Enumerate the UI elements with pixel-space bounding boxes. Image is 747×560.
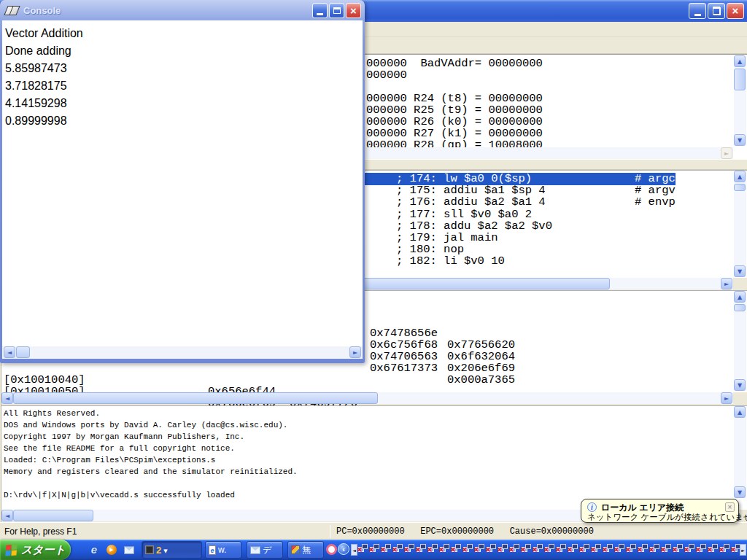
- taskbar-button-1[interactable]: w.: [205, 541, 241, 559]
- network-disconnected-tray-icon[interactable]: [486, 543, 498, 555]
- network-disconnected-tray-icon[interactable]: [568, 543, 579, 555]
- taskbar-button-3[interactable]: 無: [287, 541, 324, 559]
- balloon-close-button[interactable]: [725, 502, 735, 512]
- messages-vscrollbar[interactable]: [734, 406, 746, 498]
- network-disconnected-tray-icon[interactable]: [451, 543, 462, 555]
- quicklaunch-mediaplayer-icon[interactable]: [106, 544, 117, 556]
- scroll-left-button[interactable]: [1, 392, 13, 404]
- restore-button[interactable]: [708, 3, 725, 19]
- network-disconnected-tray-icon[interactable]: [696, 543, 708, 555]
- network-disconnected-tray-icon[interactable]: [638, 543, 649, 555]
- console-output-area[interactable]: Vector Addition Done adding 5.85987473 3…: [2, 20, 363, 346]
- network-disconnected-tray-icon[interactable]: [603, 543, 614, 555]
- hide-tray-icons-chevron[interactable]: [338, 543, 349, 555]
- console-line: 4.14159298: [5, 95, 67, 112]
- network-disconnected-tray-icon[interactable]: [626, 543, 638, 555]
- console-titlebar[interactable]: Console: [2, 1, 363, 20]
- scroll-up-button[interactable]: [734, 171, 746, 182]
- taskbar-button-pcspim-group[interactable]: 2: [142, 541, 202, 559]
- network-disconnected-tray-icon[interactable]: [474, 543, 486, 555]
- network-disconnected-tray-icon[interactable]: [509, 543, 521, 555]
- network-disconnected-tray-icon[interactable]: [556, 543, 568, 555]
- console-hscrollbar[interactable]: [2, 346, 363, 359]
- network-disconnected-tray-icon[interactable]: [649, 543, 661, 555]
- network-disconnected-tray-icon[interactable]: [462, 543, 474, 555]
- message-line: Loaded: C:\Program Files\PCSpim\exceptio…: [4, 454, 733, 466]
- tray-overflow-left-arrow[interactable]: [351, 544, 357, 556]
- network-disconnected-tray-icon[interactable]: [579, 543, 591, 555]
- maximize-button[interactable]: [329, 3, 344, 18]
- minimize-button[interactable]: [312, 3, 328, 18]
- network-disconnected-tray-icon[interactable]: [544, 543, 556, 555]
- close-icon: [732, 4, 739, 18]
- network-disconnected-tray-icon[interactable]: [392, 543, 404, 555]
- network-disconnected-tray-icon[interactable]: [731, 543, 740, 555]
- data-segment-vscrollbar[interactable]: [734, 291, 746, 391]
- taskbar-button-2[interactable]: デ: [247, 541, 283, 559]
- network-disconnected-tray-icon[interactable]: [404, 543, 416, 555]
- network-disconnected-tray-icon[interactable]: [533, 543, 544, 555]
- monitor-front-icon: [362, 544, 368, 549]
- desktop: 000000 BadVAddr= 00000000 000000 000000 …: [0, 0, 747, 560]
- scroll-right-button[interactable]: [721, 392, 732, 404]
- red-x-icon: [520, 545, 526, 554]
- network-disconnected-tray-icon[interactable]: [357, 543, 369, 555]
- network-disconnected-tray-icon[interactable]: [684, 543, 696, 555]
- scrollbar-thumb[interactable]: [13, 392, 378, 404]
- scrollbar-thumb[interactable]: [734, 304, 746, 311]
- quicklaunch-outlook-icon[interactable]: [123, 544, 135, 556]
- scroll-down-button[interactable]: [734, 134, 746, 146]
- network-disconnected-tray-icon[interactable]: [591, 543, 603, 555]
- network-disconnected-tray-icon[interactable]: [673, 543, 684, 555]
- console-line: 0.89999998: [5, 112, 67, 130]
- scroll-down-button[interactable]: [734, 486, 746, 498]
- network-disconnected-tray-icon[interactable]: [439, 543, 451, 555]
- quicklaunch-ie-icon[interactable]: [88, 544, 100, 556]
- registers-vscrollbar[interactable]: [734, 55, 746, 146]
- network-disconnected-tray-icon[interactable]: [427, 543, 439, 555]
- text-segment-vscrollbar[interactable]: [734, 171, 746, 277]
- network-disconnected-tray-icon[interactable]: [416, 543, 427, 555]
- network-disconnected-tray-icon[interactable]: [369, 543, 381, 555]
- network-disconnected-tray-icon[interactable]: [381, 543, 392, 555]
- scroll-up-button[interactable]: [734, 406, 746, 418]
- chevron-down-icon: [163, 545, 167, 555]
- monitor-front-icon: [514, 544, 519, 549]
- monitor-front-icon: [502, 544, 508, 549]
- quicktime-tray-icon[interactable]: [326, 544, 337, 555]
- media-player-icon: [107, 545, 117, 555]
- network-disconnected-tray-icon[interactable]: [708, 543, 719, 555]
- scrollbar-thumb[interactable]: [734, 69, 746, 90]
- scroll-left-button[interactable]: [4, 346, 15, 358]
- network-disconnected-tray-icon[interactable]: [521, 543, 533, 555]
- scroll-up-button[interactable]: [734, 55, 746, 67]
- scroll-right-button[interactable]: [721, 278, 732, 289]
- scroll-right-button[interactable]: [721, 147, 732, 159]
- scroll-down-button[interactable]: [734, 379, 746, 391]
- red-x-icon: [590, 545, 596, 554]
- scrollbar-thumb[interactable]: [16, 346, 30, 358]
- minimize-button[interactable]: [689, 3, 706, 19]
- red-x-icon: [578, 545, 584, 554]
- data-segment-hscrollbar[interactable]: [0, 392, 733, 404]
- scrollbar-thumb[interactable]: [734, 184, 746, 191]
- red-x-icon: [637, 545, 643, 554]
- network-disconnected-tray-icon[interactable]: [661, 543, 673, 555]
- scrollbar-thumb[interactable]: [13, 510, 93, 521]
- network-disconnected-tray-icon[interactable]: [614, 543, 626, 555]
- network-disconnected-tray-icon[interactable]: [719, 543, 731, 555]
- asm-instruction: ; 180: nop: [396, 244, 464, 255]
- scroll-up-button[interactable]: [734, 291, 746, 303]
- network-disconnected-tray-icon[interactable]: [498, 543, 509, 555]
- start-button[interactable]: スタート: [0, 540, 71, 560]
- close-button[interactable]: [346, 3, 361, 18]
- scroll-right-button[interactable]: [349, 346, 361, 358]
- asm-instruction: ; 177: sll $v0 $a0 2: [396, 209, 532, 220]
- maximize-icon: [333, 7, 341, 14]
- envelope-icon: [124, 546, 134, 554]
- scroll-left-button[interactable]: [1, 510, 13, 521]
- tray-overflow-right-arrow[interactable]: [740, 544, 746, 556]
- scroll-down-button[interactable]: [734, 265, 746, 277]
- close-button[interactable]: [727, 3, 744, 19]
- minimize-icon: [694, 14, 701, 16]
